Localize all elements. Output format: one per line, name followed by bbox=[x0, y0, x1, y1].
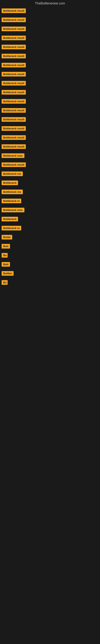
list-item: Bo bbox=[0, 253, 100, 258]
bottleneck-label[interactable]: Bottleneck result bbox=[1, 36, 26, 40]
bottleneck-label[interactable]: Bottleneck result bbox=[1, 63, 26, 68]
list-item: Bottleneck re bbox=[0, 226, 100, 231]
bottleneck-label[interactable]: Bottleneck resu bbox=[1, 208, 24, 212]
bottleneck-label[interactable]: Bottleneck result bbox=[1, 45, 26, 49]
list-item: Bottleneck bbox=[0, 217, 100, 222]
list-item: Bottleneck result bbox=[0, 126, 100, 132]
list-item: Bottleneck result bbox=[0, 72, 100, 77]
bottleneck-label[interactable]: Bottleneck result bbox=[1, 8, 26, 13]
bottleneck-label[interactable]: Bo bbox=[1, 253, 8, 258]
bottleneck-label[interactable]: Bottleneck result bbox=[1, 99, 26, 104]
bottleneck-label[interactable]: Bottleneck result bbox=[1, 117, 26, 122]
list-item: Bottleneck result bbox=[0, 135, 100, 141]
bottleneck-label[interactable]: Bottleneck re bbox=[1, 199, 21, 203]
list-item: Bottleneck result bbox=[0, 18, 100, 23]
list-item: Bottlen bbox=[0, 271, 100, 276]
list-item: Bott bbox=[0, 244, 100, 249]
list-item: Bottleneck resu bbox=[0, 208, 100, 213]
list-item: Bottle bbox=[0, 235, 100, 240]
bottleneck-label[interactable]: Bottleneck result bbox=[1, 26, 26, 31]
bottleneck-label[interactable]: Bottleneck res bbox=[1, 190, 23, 194]
bottleneck-label[interactable]: Bottleneck bbox=[1, 180, 18, 185]
list-item: Bottleneck res bbox=[0, 190, 100, 195]
list-item: Bottleneck result bbox=[0, 108, 100, 114]
list-item: Bott bbox=[0, 262, 100, 268]
list-item: Bottleneck result bbox=[0, 144, 100, 150]
list-item: Bottleneck result bbox=[0, 36, 100, 41]
bottleneck-label[interactable]: Bott bbox=[1, 262, 10, 267]
list-item: Bottleneck bbox=[0, 180, 100, 186]
bottleneck-label[interactable]: Bottleneck bbox=[1, 217, 18, 222]
site-title: TheBottlenecker.com bbox=[0, 0, 100, 8]
bottleneck-label[interactable]: Bottleneck res bbox=[1, 172, 23, 176]
bottleneck-label[interactable]: Bottleneck result bbox=[1, 162, 26, 167]
bottleneck-list: Bottleneck resultBottleneck resultBottle… bbox=[0, 8, 100, 290]
bottleneck-label[interactable]: Bottleneck result bbox=[1, 108, 26, 113]
list-item: Bottleneck result bbox=[0, 162, 100, 168]
bottleneck-label[interactable]: Bottleneck result bbox=[1, 81, 26, 86]
list-item: Bo bbox=[0, 280, 100, 286]
list-item: Bottleneck res bbox=[0, 172, 100, 177]
list-item: Bottleneck result bbox=[0, 8, 100, 14]
bottleneck-label[interactable]: Bottleneck result bbox=[1, 144, 26, 149]
bottleneck-label[interactable]: Bottleneck result bbox=[1, 54, 26, 58]
bottleneck-label[interactable]: Bottleneck re bbox=[1, 226, 21, 230]
list-item: Bottleneck result bbox=[0, 26, 100, 32]
bottleneck-label[interactable]: Bottleneck result bbox=[1, 126, 26, 131]
list-item: Bottleneck result bbox=[0, 54, 100, 59]
bottleneck-label[interactable]: Bottleneck result bbox=[1, 90, 26, 94]
list-item: Bottleneck result bbox=[0, 117, 100, 122]
list-item: Bottleneck result bbox=[0, 99, 100, 104]
bottleneck-label[interactable]: Bott bbox=[1, 244, 10, 248]
bottleneck-label[interactable]: Bottleneck result bbox=[1, 135, 26, 140]
list-item: Bottleneck result bbox=[0, 45, 100, 50]
bottleneck-label[interactable]: Bo bbox=[1, 280, 8, 285]
list-item: Bottleneck re bbox=[0, 199, 100, 204]
list-item: Bottleneck resu bbox=[0, 153, 100, 159]
bottleneck-label[interactable]: Bottleneck resu bbox=[1, 153, 24, 158]
bottleneck-label[interactable]: Bottleneck result bbox=[1, 18, 26, 22]
list-item: Bottleneck result bbox=[0, 90, 100, 96]
bottleneck-label[interactable]: Bottlen bbox=[1, 271, 14, 276]
bottleneck-label[interactable]: Bottle bbox=[1, 235, 12, 240]
list-item: Bottleneck result bbox=[0, 63, 100, 68]
list-item: Bottleneck result bbox=[0, 81, 100, 86]
bottleneck-label[interactable]: Bottleneck result bbox=[1, 72, 26, 76]
